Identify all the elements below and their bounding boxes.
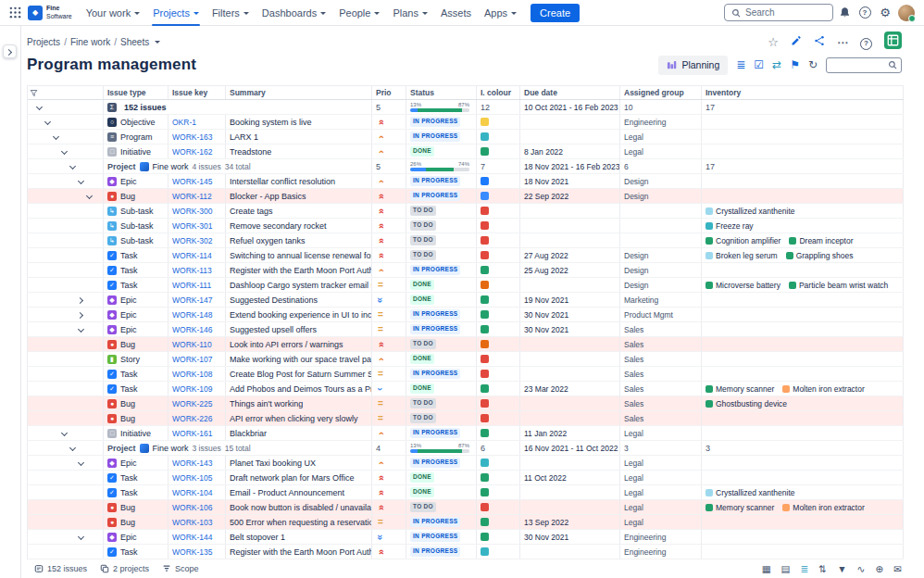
assigned-group-cell[interactable]: Design [620, 189, 702, 203]
column-header-due-date[interactable]: Due date [520, 86, 620, 99]
project-name-link[interactable]: Fine work [153, 444, 189, 453]
assigned-group-cell[interactable]: Engineering [620, 545, 702, 559]
issue-key-link[interactable]: WORK-103 [172, 518, 212, 527]
flag-icon[interactable]: ⚑ [790, 59, 800, 70]
inventory-item[interactable]: Dream inceptor [789, 236, 853, 245]
inventory-item[interactable]: Cognition amplifier [705, 236, 780, 245]
status-badge[interactable]: IN PROGRESS [410, 532, 460, 542]
status-badge[interactable]: IN PROGRESS [410, 428, 460, 438]
timeline-view-icon[interactable]: ≣ [801, 564, 809, 574]
filter-funnel-icon[interactable] [28, 86, 104, 99]
project-name-link[interactable]: Fine work [153, 162, 189, 171]
status-badge[interactable]: IN PROGRESS [410, 369, 460, 379]
collapse-chevron-icon[interactable] [52, 132, 60, 141]
colour-swatch[interactable] [481, 340, 489, 348]
status-badge[interactable]: IN PROGRESS [410, 132, 460, 142]
issue-key-link[interactable]: WORK-300 [172, 207, 212, 216]
inventory-item[interactable]: Memory scanner [705, 384, 774, 394]
issue-key-link[interactable]: WORK-148 [172, 310, 212, 320]
issue-key-link[interactable]: WORK-301 [172, 221, 212, 231]
column-header-issue-key[interactable]: Issue key [169, 86, 226, 99]
inventory-item[interactable]: Crystallized xanthenite [705, 207, 795, 216]
sort-icon[interactable]: ⇅ [818, 564, 827, 574]
table-view-icon[interactable]: ▦ [762, 564, 771, 574]
status-badge[interactable]: IN PROGRESS [410, 309, 460, 320]
assigned-group-cell[interactable]: Engineering [620, 530, 702, 544]
assigned-group-cell[interactable]: Sales [620, 337, 702, 351]
colour-swatch[interactable] [481, 251, 489, 259]
colour-swatch[interactable] [481, 429, 489, 437]
issue-key-link[interactable]: WORK-146 [172, 325, 212, 334]
collapse-chevron-icon[interactable] [77, 325, 85, 333]
assigned-group-cell[interactable]: Engineering [620, 115, 702, 129]
status-badge[interactable]: TO DO [410, 502, 436, 512]
status-badge[interactable]: IN PROGRESS [410, 547, 460, 557]
status-badge[interactable]: DONE [410, 146, 434, 157]
app-logo[interactable]: ◆ Fine Software [28, 5, 72, 19]
status-badge[interactable]: DONE [410, 295, 434, 305]
column-header-prio[interactable]: Prio [372, 86, 406, 99]
inventory-item[interactable]: Molten iron extractor [782, 384, 864, 394]
assigned-group-cell[interactable]: Sales [620, 382, 702, 396]
issue-key-link[interactable]: WORK-145 [172, 177, 212, 186]
issue-key-link[interactable]: WORK-135 [172, 547, 212, 557]
status-badge[interactable]: IN PROGRESS [410, 517, 460, 527]
share-icon[interactable] [814, 34, 825, 49]
refresh-icon[interactable]: ↻ [808, 59, 818, 70]
assigned-group-cell[interactable]: Sales [620, 396, 702, 410]
status-badge[interactable]: DONE [410, 280, 434, 290]
inventory-item[interactable]: Ghostbusting device [705, 399, 787, 408]
issue-key-link[interactable]: WORK-162 [172, 147, 212, 157]
collapse-chevron-icon[interactable] [44, 118, 52, 126]
collapse-chevron-icon[interactable] [77, 533, 85, 541]
colour-swatch[interactable] [481, 295, 489, 304]
collapse-chevron-icon[interactable] [35, 103, 44, 111]
breadcrumb-item[interactable]: Projects [27, 37, 60, 47]
colour-swatch[interactable] [481, 192, 489, 200]
colour-swatch[interactable] [481, 118, 489, 126]
assigned-group-cell[interactable]: Design [620, 248, 702, 262]
checklist-icon[interactable]: ☑ [754, 59, 764, 70]
nav-item-plans[interactable]: Plans [386, 0, 434, 26]
colour-swatch[interactable] [481, 384, 489, 393]
nav-item-projects[interactable]: Projects [146, 0, 206, 26]
app-switcher-icon[interactable] [6, 4, 24, 22]
create-button[interactable]: Create [531, 4, 580, 22]
issue-key-link[interactable]: WORK-111 [172, 281, 211, 290]
sheets-icon[interactable] [884, 31, 902, 52]
inventory-item[interactable]: Microverse battery [705, 281, 780, 290]
help-icon[interactable]: ? [855, 4, 874, 22]
assigned-group-cell[interactable]: Sales [620, 352, 702, 366]
colour-swatch[interactable] [481, 503, 489, 511]
collapse-chevron-icon[interactable] [60, 147, 69, 156]
issue-key-link[interactable]: WORK-104 [172, 488, 212, 497]
wave-chart-icon[interactable]: ∿ [857, 564, 866, 574]
status-badge[interactable]: TO DO [410, 413, 436, 423]
issue-key-link[interactable]: WORK-112 [172, 192, 212, 201]
colour-swatch[interactable] [481, 547, 489, 556]
status-badge[interactable]: IN PROGRESS [410, 191, 460, 201]
assigned-group-cell[interactable]: Legal [620, 426, 702, 440]
nav-item-assets[interactable]: Assets [434, 0, 478, 26]
assigned-group-cell[interactable]: Sales [620, 411, 702, 425]
user-avatar[interactable] [898, 5, 915, 21]
column-header-summary[interactable]: Summary [226, 86, 372, 99]
issue-key-link[interactable]: WORK-107 [172, 355, 212, 364]
column-header-inventory[interactable]: Inventory [702, 86, 904, 99]
scope-button[interactable]: Scope [162, 564, 199, 573]
collapse-chevron-icon[interactable] [69, 444, 77, 452]
help-icon[interactable]: ? [860, 33, 872, 50]
status-badge[interactable]: IN PROGRESS [410, 324, 460, 334]
colour-swatch[interactable] [481, 518, 489, 526]
colour-swatch[interactable] [481, 266, 489, 274]
status-badge[interactable]: IN PROGRESS [410, 458, 460, 468]
colour-swatch[interactable] [481, 310, 489, 319]
nav-item-people[interactable]: People [332, 0, 386, 26]
inventory-item[interactable]: Memory scanner [705, 503, 774, 512]
collapse-chevron-icon[interactable] [85, 192, 94, 200]
collapse-chevron-icon[interactable] [69, 162, 77, 170]
colour-swatch[interactable] [481, 370, 489, 378]
colour-swatch[interactable] [481, 177, 489, 185]
table-search-input[interactable] [826, 57, 902, 73]
collapse-chevron-icon[interactable] [60, 429, 69, 437]
